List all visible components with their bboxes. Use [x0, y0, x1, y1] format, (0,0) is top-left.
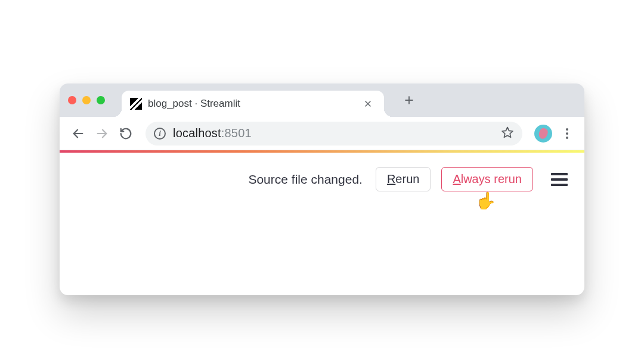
profile-avatar[interactable] [534, 125, 552, 143]
new-tab-button[interactable] [398, 89, 420, 111]
source-changed-message: Source file changed. [248, 172, 362, 187]
tab-close-button[interactable] [360, 96, 376, 112]
browser-window: blog_post · Streamlit i localhost:8501 [60, 83, 584, 295]
streamlit-toolbar: Source file changed. Rerun Always rerun … [60, 153, 584, 208]
rerun-hotkey: R [387, 172, 395, 185]
always-rerun-button[interactable]: Always rerun [441, 167, 533, 191]
url-host: localhost [173, 126, 221, 140]
forward-button[interactable] [92, 123, 112, 144]
tab-strip: blog_post · Streamlit [60, 83, 584, 117]
streamlit-favicon-icon [130, 98, 142, 110]
svg-marker-6 [502, 127, 513, 137]
url-text: localhost:8501 [173, 126, 252, 140]
streamlit-menu-button[interactable] [551, 173, 568, 186]
rerun-label-rest: erun [395, 172, 419, 185]
pointer-cursor-icon: 👆 [475, 191, 496, 211]
window-close-button[interactable] [68, 96, 76, 104]
window-minimize-button[interactable] [82, 96, 91, 104]
browser-tab[interactable]: blog_post · Streamlit [122, 91, 384, 117]
bookmark-star-icon[interactable] [501, 126, 514, 141]
back-button[interactable] [68, 123, 88, 144]
app-body [60, 208, 584, 295]
browser-menu-button[interactable] [558, 125, 576, 143]
tab-title: blog_post · Streamlit [148, 98, 354, 110]
site-info-icon[interactable]: i [154, 128, 166, 140]
window-controls [68, 96, 105, 104]
always-label-rest: lways rerun [461, 172, 522, 185]
browser-toolbar: i localhost:8501 [60, 117, 584, 150]
address-bar[interactable]: i localhost:8501 [145, 122, 522, 146]
window-maximize-button[interactable] [97, 96, 105, 104]
url-port: :8501 [221, 126, 252, 140]
reload-button[interactable] [116, 123, 136, 144]
rerun-button[interactable]: Rerun [376, 167, 431, 191]
always-hotkey: A [453, 172, 460, 185]
